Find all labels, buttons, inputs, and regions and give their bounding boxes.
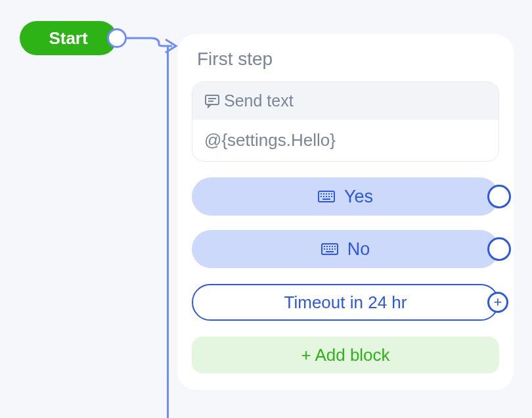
reply-output-port[interactable] — [487, 237, 511, 261]
step-title: First step — [192, 49, 499, 70]
keyboard-icon — [318, 191, 335, 202]
svg-rect-11 — [326, 196, 327, 197]
reply-button-no[interactable]: No — [192, 230, 499, 268]
svg-rect-8 — [331, 193, 332, 195]
reply-label: Yes — [344, 187, 373, 207]
svg-rect-13 — [331, 196, 332, 197]
svg-rect-0 — [206, 95, 219, 104]
chat-bubble-icon — [204, 94, 220, 108]
connector-start-to-step — [125, 32, 184, 58]
svg-rect-18 — [329, 246, 330, 247]
svg-rect-10 — [323, 196, 324, 197]
add-block-label: + Add block — [301, 345, 389, 365]
svg-rect-26 — [326, 251, 334, 252]
action-block[interactable]: Send text @{settings.Hello} — [192, 81, 499, 162]
svg-rect-23 — [329, 248, 330, 250]
reply-label: No — [347, 239, 370, 260]
svg-rect-12 — [328, 196, 330, 197]
svg-rect-5 — [323, 193, 324, 195]
reply-output-port[interactable] — [487, 185, 511, 208]
start-label: Start — [49, 28, 87, 49]
svg-rect-9 — [321, 196, 322, 197]
svg-rect-20 — [334, 246, 336, 247]
svg-rect-21 — [324, 248, 325, 250]
keyboard-icon — [321, 243, 338, 255]
svg-rect-17 — [326, 246, 328, 247]
connector-vertical — [167, 46, 169, 418]
svg-rect-14 — [322, 198, 330, 200]
action-body[interactable]: @{settings.Hello} — [192, 120, 499, 161]
start-node[interactable]: Start — [20, 21, 117, 55]
svg-rect-7 — [328, 193, 330, 195]
add-block-button[interactable]: + Add block — [192, 337, 499, 373]
timeout-label: Timeout in 24 hr — [284, 292, 407, 313]
svg-rect-6 — [326, 193, 327, 195]
action-header: Send text — [192, 82, 499, 120]
plus-icon: + — [494, 295, 502, 310]
timeout-output-port[interactable]: + — [487, 292, 508, 313]
svg-rect-4 — [321, 193, 322, 195]
svg-rect-22 — [326, 248, 328, 250]
svg-rect-24 — [332, 248, 333, 250]
timeout-button[interactable]: Timeout in 24 hr + — [192, 284, 499, 321]
svg-rect-16 — [324, 246, 325, 247]
svg-rect-19 — [332, 246, 333, 247]
start-output-port[interactable] — [107, 28, 127, 48]
reply-button-yes[interactable]: Yes — [192, 177, 499, 216]
svg-rect-25 — [334, 248, 336, 250]
action-header-label: Send text — [224, 91, 294, 110]
step-card: First step Send text @{settings.Hello} — [177, 34, 514, 390]
